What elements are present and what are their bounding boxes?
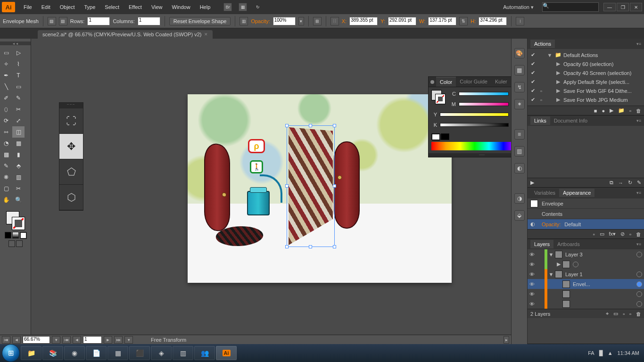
actions-panel-menu-icon[interactable]: ▾≡ xyxy=(636,41,641,46)
direct-selection-tool[interactable]: ▷ xyxy=(12,47,25,58)
layer-row[interactable]: 👁 xyxy=(528,299,644,309)
none-mode-icon[interactable] xyxy=(20,232,26,239)
target-icon[interactable] xyxy=(636,281,642,287)
status-menu-icon[interactable]: ▸ xyxy=(504,336,509,344)
transform-origin-icon[interactable]: ⊞ xyxy=(313,17,322,25)
menu-window[interactable]: Window xyxy=(167,4,195,10)
layer-name[interactable]: Envel... xyxy=(571,281,636,287)
workspace-switcher[interactable]: Automation ▾ xyxy=(499,4,537,10)
prev-artboard-icon[interactable]: ◄ xyxy=(12,336,21,344)
update-link-icon[interactable]: ↻ xyxy=(628,180,632,186)
action-item[interactable]: Opacity 40 Screen (selection) xyxy=(563,70,642,76)
tab-color[interactable]: Color xyxy=(436,77,456,87)
bridge-icon[interactable]: Br xyxy=(223,3,232,11)
menu-object[interactable]: Object xyxy=(55,4,80,10)
symbol-sprayer-tool[interactable]: ❋ xyxy=(0,172,12,183)
symbols-dock-icon[interactable]: ✶ xyxy=(514,99,525,109)
black-slider[interactable] xyxy=(440,123,509,127)
target-icon[interactable] xyxy=(573,262,578,267)
target-icon[interactable] xyxy=(636,252,642,257)
start-button[interactable]: ⊞ xyxy=(2,344,20,362)
menu-help[interactable]: Help xyxy=(195,4,215,10)
menu-type[interactable]: Type xyxy=(80,4,100,10)
magic-wand-tool[interactable]: ✧ xyxy=(0,58,12,70)
paintbrush-tool[interactable]: ✐ xyxy=(0,92,12,104)
swatches-dock-icon[interactable]: ▦ xyxy=(514,65,525,75)
rectangle-tool[interactable]: ▭ xyxy=(12,81,25,92)
line-tool[interactable]: ╲ xyxy=(0,81,12,92)
tab-document-info[interactable]: Document Info xyxy=(550,116,592,125)
tab-color-guide[interactable]: Color Guide xyxy=(456,77,491,87)
taskbar-app2[interactable]: ⬛ xyxy=(129,346,150,360)
artboard-dropdown-icon[interactable]: ▾ xyxy=(124,336,133,344)
graph-tool[interactable]: ▥ xyxy=(12,172,25,183)
stop-icon[interactable]: ■ xyxy=(594,108,597,114)
edit-original-icon[interactable]: ✎ xyxy=(637,180,641,186)
zoom-dropdown-icon[interactable]: ▾ xyxy=(52,336,60,344)
hand-tool[interactable]: ✋ xyxy=(0,194,12,206)
menu-view[interactable]: View xyxy=(147,4,167,10)
canvas[interactable]: ρ 🚶 Color Color Guide Kuler ▸│ ≡ xyxy=(31,39,511,344)
rotate-tool[interactable]: ⟳ xyxy=(0,115,12,126)
columns-input[interactable]: 1 xyxy=(138,17,160,25)
show-link-info-icon[interactable]: ▶ xyxy=(530,180,534,186)
type-tool[interactable]: T xyxy=(12,70,25,81)
search-input[interactable]: 🔍 xyxy=(542,2,599,12)
taskbar-chrome[interactable]: ◉ xyxy=(64,346,85,360)
none-swatch-icon[interactable] xyxy=(431,133,440,140)
actions-folder[interactable]: Default Actions xyxy=(563,52,642,58)
ref-point-icon[interactable]: ∷ xyxy=(330,17,339,25)
y-input[interactable]: 292.091 pt xyxy=(388,17,416,25)
magenta-slider[interactable] xyxy=(459,102,509,106)
blob-brush-tool[interactable]: ⬯ xyxy=(0,104,12,115)
play-icon[interactable]: ▶ xyxy=(610,107,613,114)
artboard-nav-first-icon[interactable]: ⏮ xyxy=(62,336,71,344)
tab-actions[interactable]: Actions xyxy=(530,40,555,48)
new-art-icon[interactable]: ▫ xyxy=(593,231,595,237)
visibility-icon[interactable]: 👁 xyxy=(528,272,536,277)
gradient-dock-icon[interactable]: ▥ xyxy=(514,146,525,156)
tab-links[interactable]: Links xyxy=(530,116,550,125)
layer-row[interactable]: 👁▼Layer 3 xyxy=(528,249,644,259)
appearance-opacity-value[interactable]: Default xyxy=(564,222,581,227)
tab-variables[interactable]: Variables xyxy=(530,189,559,197)
change-screen-icon[interactable] xyxy=(16,240,23,247)
new-sublayer-icon[interactable]: ▫ xyxy=(623,311,625,317)
reset-envelope-button[interactable]: Reset Envelope Shape xyxy=(169,17,231,25)
perspective-grid-tool[interactable]: ▦ xyxy=(12,138,25,149)
artboard-nav-last-icon[interactable]: ⏭ xyxy=(114,336,123,344)
zoom-tool[interactable]: 🔍 xyxy=(12,194,25,206)
tray-time[interactable]: 11:34 AM xyxy=(618,350,639,356)
delete-action-icon[interactable]: 🗑 xyxy=(636,108,641,114)
layer-row[interactable]: 👁Envel... xyxy=(528,279,644,289)
taskbar-notepad[interactable]: 📄 xyxy=(86,346,107,360)
mesh-edit-contents-icon[interactable]: ▨ xyxy=(59,17,67,25)
tray-flag-icon[interactable]: ▉ xyxy=(599,350,603,356)
opacity-input[interactable]: 100% xyxy=(273,17,296,25)
zoom-field[interactable]: 66.67% xyxy=(23,336,50,344)
color-fill-stroke-swatch[interactable] xyxy=(431,90,446,104)
layers-panel-menu-icon[interactable]: ▾≡ xyxy=(636,242,641,247)
toolbox-collapse-icon[interactable]: ◄◄ xyxy=(0,41,31,45)
expand-icon[interactable]: ▶ xyxy=(556,261,561,267)
appearance-panel-menu-icon[interactable]: ▾≡ xyxy=(636,190,641,195)
appearance-contents[interactable]: Contents xyxy=(542,211,562,217)
w-input[interactable]: 137.175 pt xyxy=(428,17,456,25)
gradient-tool[interactable]: ▮ xyxy=(12,149,25,160)
expand-icon[interactable]: ▼ xyxy=(548,272,554,277)
shape-builder-tool[interactable]: ◔ xyxy=(0,138,12,149)
cyan-slider[interactable] xyxy=(459,92,509,96)
layer-name[interactable] xyxy=(571,262,644,267)
screen-mode-icon[interactable] xyxy=(8,240,15,247)
graphic-styles-dock-icon[interactable]: ⬙ xyxy=(514,210,525,221)
extra-options-icon[interactable]: ⁝ xyxy=(516,17,524,25)
envelope-options-icon[interactable]: ▥ xyxy=(239,17,248,25)
close-button[interactable]: ✕ xyxy=(630,3,642,11)
layer-row[interactable]: 👁▼Layer 1 xyxy=(528,269,644,279)
yellow-slider[interactable] xyxy=(440,113,509,116)
menu-effect[interactable]: Effect xyxy=(124,4,147,10)
first-artboard-icon[interactable]: ⏮ xyxy=(2,336,10,344)
action-item[interactable]: Apply Default Style (selecti... xyxy=(563,79,642,85)
tab-kuler[interactable]: Kuler xyxy=(491,77,511,87)
color-dock-icon[interactable]: 🎨 xyxy=(514,48,525,58)
